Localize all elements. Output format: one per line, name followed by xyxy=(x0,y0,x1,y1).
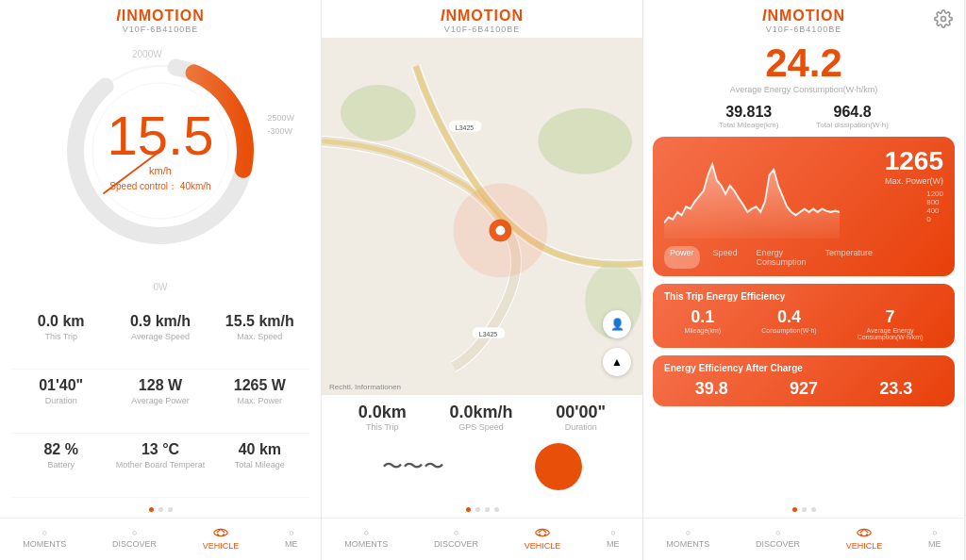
svg-point-10 xyxy=(538,108,632,174)
bottom-nav-2: ○ MOMENTS ○ DISCOVER VEHICLE ○ ME xyxy=(322,518,642,560)
dot[interactable] xyxy=(802,507,807,512)
me-icon: ○ xyxy=(932,528,937,537)
tab-speed[interactable]: Speed xyxy=(708,246,743,269)
speed-control: Speed control： 40km/h xyxy=(109,180,210,193)
stat-value: 82 % xyxy=(43,441,77,458)
moments-icon: ○ xyxy=(364,528,369,537)
svg-point-7 xyxy=(223,534,225,535)
app-header-3: INMOTION V10F-6B4100BE xyxy=(643,0,964,38)
trip-consumption: 0.4 Consumption(W·h) xyxy=(761,307,816,340)
stat-this-trip: 0.0 km This Trip xyxy=(11,305,110,370)
dot[interactable] xyxy=(811,507,816,512)
map-stat-value: 00'00" xyxy=(556,403,606,422)
nav-me-2[interactable]: ○ ME xyxy=(607,528,620,549)
nav-vehicle-2[interactable]: VEHICLE xyxy=(525,526,561,551)
trip-mileage-label: Mileage(km) xyxy=(685,327,722,334)
vehicle-icon xyxy=(212,526,229,539)
discover-label: DISCOVER xyxy=(112,539,157,549)
stat-temp: 13 °C Mother Board Temperat xyxy=(110,434,209,498)
panel-speedometer: IINMOTION V10F-6B4100BE 2000W 2500W -300… xyxy=(0,0,322,560)
vehicle-label: VEHICLE xyxy=(846,541,883,551)
svg-point-9 xyxy=(341,85,416,141)
page-dots-2 xyxy=(322,502,642,518)
stat-value: 0.9 km/h xyxy=(130,313,191,330)
map-stat-trip: 0.0km This Trip xyxy=(358,403,407,432)
total-diss-value: 964.8 xyxy=(834,104,872,121)
tab-temperature[interactable]: Temperature xyxy=(820,246,879,269)
map-stat-label: GPS Speed xyxy=(458,422,504,432)
map-area[interactable]: L3425 L3425 👤 ▲ Rechtl. Informationen xyxy=(322,38,642,395)
after-charge-value-1: 39.8 xyxy=(695,379,728,399)
app-subtitle-3: V10F-6B4100BE xyxy=(766,25,842,34)
app-logo-2: INMOTION xyxy=(441,8,524,25)
total-mileage-value: 39.813 xyxy=(725,104,772,121)
settings-button[interactable] xyxy=(934,9,953,28)
stat-label: Max. Power xyxy=(238,396,283,405)
dot[interactable] xyxy=(158,507,163,512)
vehicle-label: VEHICLE xyxy=(525,541,561,551)
dot[interactable] xyxy=(475,507,480,512)
power-tabs: Power Speed EnergyConsumption Temperatur… xyxy=(664,246,943,269)
dot[interactable] xyxy=(149,507,154,512)
app-header-1: IINMOTION V10F-6B4100BE xyxy=(0,0,321,38)
stat-label: Average Power xyxy=(131,396,189,405)
speed-value: 15.5 xyxy=(108,108,214,163)
panel-energy: INMOTION V10F-6B4100BE 24.2 Average Ener… xyxy=(643,0,965,560)
trip-mileage: 0.1 Mileage(km) xyxy=(685,307,722,340)
svg-point-14 xyxy=(495,225,505,235)
trip-consumption-value: 0.4 xyxy=(777,307,801,327)
total-dissipation: 964.8 Total dissipation(W·h) xyxy=(816,104,888,129)
power-labels-right: 2500W -300W xyxy=(267,113,294,136)
stat-total-mileage: 40 km Total Mileage xyxy=(210,434,309,498)
map-stat-label: Duration xyxy=(565,422,597,432)
nav-discover-3[interactable]: ○ DISCOVER xyxy=(756,528,800,549)
trip-efficiency-stats: 0.1 Mileage(km) 0.4 Consumption(W·h) 7 A… xyxy=(664,307,943,340)
map-compass-button[interactable]: ▲ xyxy=(603,348,631,376)
tab-power[interactable]: Power xyxy=(664,246,700,269)
nav-discover-2[interactable]: ○ DISCOVER xyxy=(434,528,478,549)
discover-label: DISCOVER xyxy=(434,539,478,549)
stat-value: 13 °C xyxy=(142,441,179,458)
stat-max-speed: 15.5 km/h Max. Speed xyxy=(210,305,309,370)
tab-energy-consumption[interactable]: EnergyConsumption xyxy=(751,246,812,269)
map-stat-value: 0.0km/h xyxy=(450,403,513,422)
nav-moments-1[interactable]: ○ MOMENTS xyxy=(23,528,66,549)
dot[interactable] xyxy=(466,507,471,512)
after-charge-stat-3: 23.3 xyxy=(879,379,912,399)
nav-moments-2[interactable]: ○ MOMENTS xyxy=(344,528,388,549)
svg-point-6 xyxy=(217,534,219,535)
map-stat-duration: 00'00" Duration xyxy=(556,403,606,432)
svg-point-5 xyxy=(214,529,227,535)
nav-me-3[interactable]: ○ ME xyxy=(928,528,941,549)
moments-icon: ○ xyxy=(42,528,47,537)
map-svg: L3425 L3425 xyxy=(322,38,642,395)
dot[interactable] xyxy=(792,507,797,512)
nav-moments-3[interactable]: ○ MOMENTS xyxy=(666,528,709,549)
map-stats-row: 0.0km This Trip 0.0km/h GPS Speed 00'00"… xyxy=(337,403,627,432)
nav-discover-1[interactable]: ○ DISCOVER xyxy=(112,528,157,549)
svg-point-25 xyxy=(866,534,868,535)
map-stat-gps: 0.0km/h GPS Speed xyxy=(450,403,513,432)
svg-point-22 xyxy=(941,17,946,22)
stat-battery: 82 % Battery xyxy=(11,434,110,498)
trip-consumption-label: Consumption(W·h) xyxy=(761,327,816,334)
moments-label: MOMENTS xyxy=(344,539,388,549)
dot[interactable] xyxy=(494,507,499,512)
stat-label: Average Speed xyxy=(131,332,190,341)
svg-point-23 xyxy=(858,529,871,535)
me-icon: ○ xyxy=(610,528,615,537)
total-diss-label: Total dissipation(W·h) xyxy=(816,121,888,129)
chart-icon[interactable]: 〜〜〜 xyxy=(382,453,444,481)
dot[interactable] xyxy=(485,507,490,512)
record-button[interactable] xyxy=(535,443,582,490)
chart-label-1200: 1200 xyxy=(926,189,943,198)
gauge-container: 15.5 km/h Speed control： 40km/h xyxy=(57,47,264,255)
stats-grid: 0.0 km This Trip 0.9 km/h Average Speed … xyxy=(0,302,321,502)
app-logo-1: IINMOTION xyxy=(116,8,204,25)
nav-me-1[interactable]: ○ ME xyxy=(285,528,298,549)
nav-vehicle-1[interactable]: VEHICLE xyxy=(203,526,240,551)
nav-vehicle-3[interactable]: VEHICLE xyxy=(846,526,883,551)
moments-label: MOMENTS xyxy=(23,539,66,549)
dot[interactable] xyxy=(168,507,173,512)
map-user-button[interactable]: 👤 xyxy=(603,310,631,338)
